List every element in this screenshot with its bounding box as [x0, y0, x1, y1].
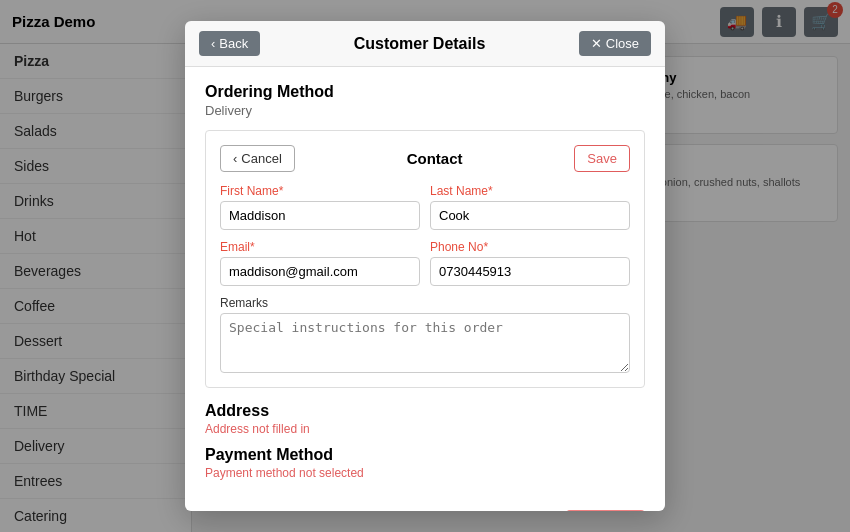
phone-group: Phone No*: [430, 240, 630, 286]
modal-overlay: ‹ Back Customer Details ✕ Close Ordering…: [0, 0, 850, 532]
address-title: Address: [205, 402, 645, 420]
last-name-group: Last Name*: [430, 184, 630, 230]
phone-label: Phone No*: [430, 240, 630, 254]
modal-header: ‹ Back Customer Details ✕ Close: [185, 21, 665, 67]
chevron-left-icon: ‹: [211, 36, 215, 51]
close-icon: ✕: [591, 36, 602, 51]
payment-section: Payment Method Payment method not select…: [205, 446, 645, 480]
remarks-field[interactable]: [220, 313, 630, 373]
last-name-label: Last Name*: [430, 184, 630, 198]
back-button[interactable]: ‹ Back: [199, 31, 260, 56]
first-name-group: First Name*: [220, 184, 420, 230]
modal-title: Customer Details: [260, 35, 579, 53]
ordering-method-value: Delivery: [205, 103, 645, 118]
save-button[interactable]: Save: [574, 145, 630, 172]
cancel-button[interactable]: ‹ Cancel: [220, 145, 295, 172]
first-name-label: First Name*: [220, 184, 420, 198]
modal-footer: Next ›: [185, 510, 665, 511]
contact-box: ‹ Cancel Contact Save First Name*: [205, 130, 645, 388]
payment-warning: Payment method not selected: [205, 466, 645, 480]
address-section: Address Address not filled in: [205, 402, 645, 436]
close-button[interactable]: ✕ Close: [579, 31, 651, 56]
remarks-group: Remarks: [220, 296, 630, 373]
ordering-method-section: Ordering Method Delivery: [205, 83, 645, 118]
address-warning: Address not filled in: [205, 422, 645, 436]
ordering-method-title: Ordering Method: [205, 83, 645, 101]
customer-details-modal: ‹ Back Customer Details ✕ Close Ordering…: [185, 21, 665, 511]
email-field[interactable]: [220, 257, 420, 286]
phone-field[interactable]: [430, 257, 630, 286]
contact-title: Contact: [295, 150, 575, 167]
last-name-field[interactable]: [430, 201, 630, 230]
contact-header: ‹ Cancel Contact Save: [220, 145, 630, 172]
name-row: First Name* Last Name*: [220, 184, 630, 230]
first-name-field[interactable]: [220, 201, 420, 230]
payment-title: Payment Method: [205, 446, 645, 464]
modal-body: Ordering Method Delivery ‹ Cancel Contac…: [185, 67, 665, 510]
chevron-left-icon: ‹: [233, 151, 237, 166]
email-label: Email*: [220, 240, 420, 254]
contact-row: Email* Phone No*: [220, 240, 630, 286]
email-group: Email*: [220, 240, 420, 286]
remarks-label: Remarks: [220, 296, 630, 310]
next-button[interactable]: Next ›: [566, 510, 645, 511]
